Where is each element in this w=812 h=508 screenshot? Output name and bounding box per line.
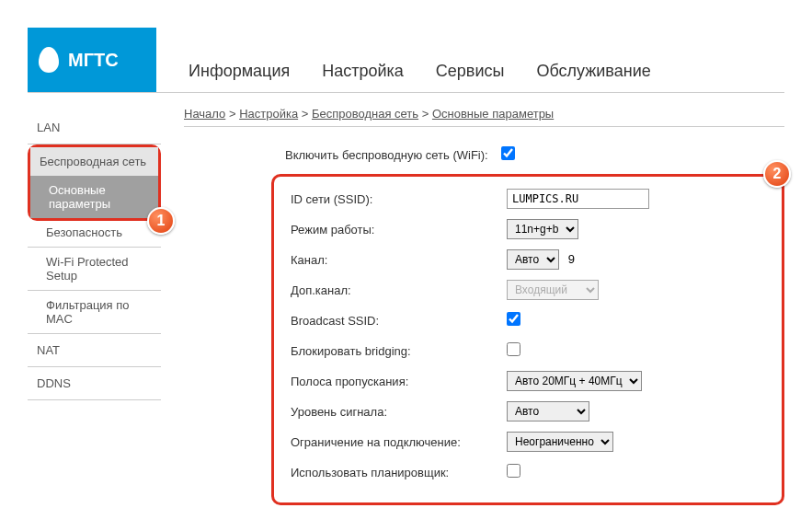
highlight-form: 2 ID сети (SSID): Режим работы: 11n+g+b … [271,174,784,505]
sidebar-mac-filter[interactable]: Фильтрация по MAC [28,291,161,334]
breadcrumb-settings[interactable]: Настройка [239,107,298,121]
logo: МГТС [28,28,156,92]
checkbox-scheduler[interactable] [507,464,520,478]
label-enable: Включить беспроводную сеть (WiFi): [285,148,501,162]
label-bridging: Блокировать bridging: [291,344,507,358]
topnav-maintenance[interactable]: Обслуживание [536,62,650,81]
label-broadcast: Broadcast SSID: [291,314,507,328]
sidebar-lan[interactable]: LAN [28,111,161,144]
logo-text: МГТС [68,50,119,71]
row-enable: Включить беспроводную сеть (WiFi): [285,144,784,166]
breadcrumb-wireless[interactable]: Беспроводная сеть [312,107,418,121]
select-ext-channel: Входящий [507,280,599,300]
label-ext-channel: Доп.канал: [291,283,507,297]
select-signal[interactable]: Авто [507,401,589,421]
topnav-settings[interactable]: Настройка [322,62,404,81]
select-bandwidth[interactable]: Авто 20МГц + 40МГц [507,371,642,391]
select-connection-limit[interactable]: Неограниченно [507,432,613,452]
label-mode: Режим работы: [291,223,507,237]
breadcrumb-home[interactable]: Начало [184,107,225,121]
breadcrumb: Начало > Настройка > Беспроводная сеть >… [184,107,784,127]
select-mode[interactable]: 11n+g+b [507,219,578,239]
label-scheduler: Использовать планировщик: [291,466,507,479]
sidebar-nat[interactable]: NAT [28,334,161,367]
label-bandwidth: Полоса пропускания: [291,375,507,388]
sidebar-ddns[interactable]: DDNS [28,367,161,400]
topnav: Информация Настройка Сервисы Обслуживани… [156,62,651,92]
sidebar-basic-params[interactable]: Основные параметры [30,176,158,218]
label-ssid: ID сети (SSID): [291,192,507,206]
label-limit: Ограничение на подключение: [291,435,507,449]
annotation-badge-2: 2 [763,160,791,188]
annotation-badge-1: 1 [147,207,175,235]
highlight-sidebar: Беспроводная сеть Основные параметры 1 [28,144,161,221]
label-signal: Уровень сигнала: [291,405,507,419]
select-channel[interactable]: Авто [507,249,559,270]
label-channel: Канал: [291,253,507,267]
content: Начало > Настройка > Беспроводная сеть >… [184,107,784,505]
channel-current: 9 [568,252,575,266]
header: МГТС Информация Настройка Сервисы Обслуж… [28,28,784,93]
checkbox-broadcast-ssid[interactable] [507,312,520,326]
breadcrumb-basic[interactable]: Основные параметры [432,107,554,121]
checkbox-block-bridging[interactable] [507,342,520,356]
sidebar-security[interactable]: Безопасность [28,218,161,248]
checkbox-enable-wifi[interactable] [501,146,515,160]
sidebar-wps[interactable]: Wi-Fi Protected Setup [28,248,161,291]
topnav-info[interactable]: Информация [189,62,290,81]
sidebar: LAN Беспроводная сеть Основные параметры… [28,111,161,505]
input-ssid[interactable] [507,189,649,209]
topnav-services[interactable]: Сервисы [436,62,505,81]
sidebar-wireless[interactable]: Беспроводная сеть [30,147,158,176]
logo-icon [39,47,59,73]
